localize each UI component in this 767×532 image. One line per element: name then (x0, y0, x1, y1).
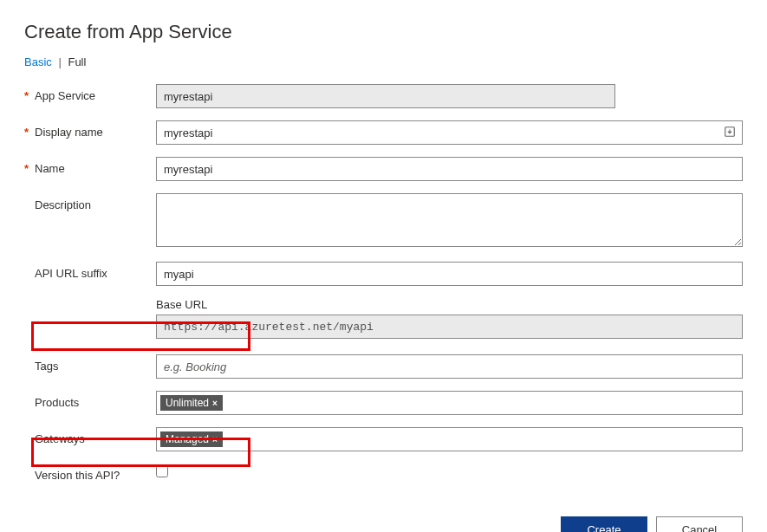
tags-label: Tags (35, 360, 58, 373)
required-indicator: * (24, 89, 35, 102)
remove-chip-icon[interactable]: × (212, 399, 218, 408)
page-title: Create from App Service (24, 21, 743, 43)
api-url-suffix-label: API URL suffix (35, 267, 107, 280)
product-chip-unlimited: Unlimited × (160, 395, 223, 411)
required-indicator: * (24, 126, 35, 139)
tab-full[interactable]: Full (68, 55, 86, 68)
gateways-input[interactable]: Managed × (156, 427, 743, 451)
display-name-input[interactable] (156, 120, 743, 145)
tab-basic[interactable]: Basic (24, 55, 52, 68)
gateway-chip-label: Managed (166, 433, 209, 445)
display-name-label: Display name (35, 126, 103, 139)
version-api-label: Version this API? (35, 469, 120, 482)
name-label: Name (35, 162, 65, 175)
base-url-label: Base URL (156, 298, 743, 311)
tab-bar: Basic | Full (24, 55, 743, 68)
base-url-input (156, 315, 743, 339)
description-label: Description (35, 198, 91, 211)
app-service-input[interactable] (156, 84, 615, 108)
version-api-checkbox[interactable] (156, 465, 168, 477)
tags-input[interactable] (156, 354, 743, 379)
remove-chip-icon[interactable]: × (212, 435, 218, 444)
products-label: Products (35, 396, 79, 409)
gateway-chip-managed: Managed × (160, 431, 223, 447)
save-icon[interactable] (724, 126, 736, 138)
tab-separator: | (58, 55, 61, 68)
description-textarea[interactable] (156, 193, 743, 247)
create-button[interactable]: Create (561, 516, 647, 532)
products-input[interactable]: Unlimited × (156, 391, 743, 415)
app-service-label: App Service (35, 89, 95, 102)
cancel-button[interactable]: Cancel (656, 516, 743, 532)
gateways-label: Gateways (35, 432, 85, 445)
name-input[interactable] (156, 157, 743, 181)
required-indicator: * (24, 162, 35, 175)
product-chip-label: Unlimited (166, 397, 209, 409)
api-url-suffix-input[interactable] (156, 262, 743, 286)
